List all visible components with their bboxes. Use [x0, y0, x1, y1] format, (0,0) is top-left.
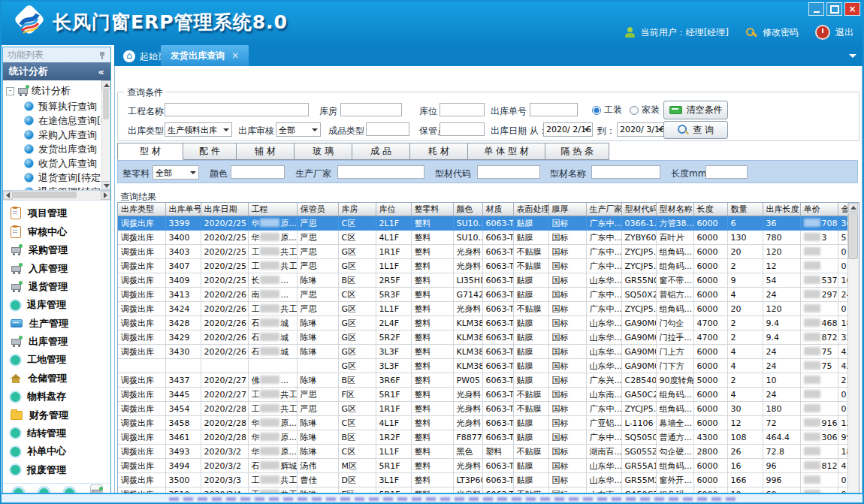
column-header[interactable]: 单价: [800, 203, 838, 216]
tree-scroll-thumb[interactable]: [103, 89, 109, 119]
column-header[interactable]: 数量: [727, 203, 763, 216]
material-tab[interactable]: 单 体 型 材: [467, 143, 545, 160]
tree-item[interactable]: 发货出库查询: [3, 142, 110, 156]
pin-icon[interactable]: [98, 51, 106, 59]
column-header[interactable]: 长度: [693, 203, 727, 216]
scroll-left-icon[interactable]: [3, 191, 13, 200]
color-input[interactable]: [231, 165, 285, 179]
table-row[interactable]: 调拨出库33992020/2/25华原...严思C区2L1F整料SU10...6…: [118, 216, 851, 231]
column-header[interactable]: 整零料: [411, 203, 453, 216]
table-row[interactable]: 调拨出库34242020/2/26工共工程严思G区1L1F整料光身料6063-T…: [118, 302, 851, 316]
material-tab[interactable]: 配 件: [183, 143, 237, 160]
table-row[interactable]: 调拨出库34542020/2/28工共工程严思G区1R1F整料光身料6063-T…: [118, 402, 851, 416]
scroll-right-icon[interactable]: [101, 191, 110, 200]
sidebar-module-item[interactable]: 财务管理: [3, 409, 110, 422]
manufacturer-input[interactable]: [337, 165, 424, 179]
column-header[interactable]: 出库单号: [165, 203, 201, 216]
grid-vertical-scrollbar[interactable]: [847, 203, 859, 504]
material-tab[interactable]: 成 品: [352, 143, 410, 160]
sidebar-module-item[interactable]: 退货管理: [3, 280, 110, 294]
sidebar-module-item[interactable]: 入库管理: [3, 262, 110, 276]
material-tab[interactable]: 耗 材: [409, 143, 468, 160]
column-header[interactable]: 表面处理: [513, 203, 548, 216]
tree-hscroll-thumb[interactable]: [13, 192, 77, 198]
scroll-down-icon[interactable]: [101, 181, 110, 190]
column-header[interactable]: 库位: [376, 203, 411, 216]
radio-gongzhuang[interactable]: 工装: [592, 104, 622, 116]
clear-conditions-button[interactable]: 清空条件: [663, 101, 728, 119]
grid-vscroll-thumb[interactable]: [848, 213, 858, 259]
sidebar-module-item[interactable]: 报废管理: [3, 463, 110, 477]
whole-part-select[interactable]: 全部: [153, 165, 199, 180]
table-row[interactable]: 调拨出库34092020/2/25长...陈琳B区2R5F整料LI35HD606…: [118, 273, 851, 288]
tree-scrollbar[interactable]: [101, 80, 110, 190]
sidebar-module-item[interactable]: 退库管理: [3, 298, 110, 312]
product-type-input[interactable]: [366, 122, 409, 136]
table-row[interactable]: 调拨出库34032020/2/25工共工程严思G区1R1F整料光身料6063-T…: [118, 245, 851, 259]
table-row[interactable]: 调拨出库34452020/2/27工共工程严思F区5R1F整料光身料6063-T…: [118, 388, 851, 402]
grid-scroll-up-icon[interactable]: [848, 203, 858, 212]
column-header[interactable]: 型材名称: [656, 203, 693, 216]
table-row[interactable]: 调拨出库34372020/2/27佛...陈琳B区3R6F整料PW056063-…: [118, 373, 851, 388]
length-input[interactable]: [705, 165, 748, 179]
sidebar-module-item[interactable]: 采购管理: [3, 243, 110, 257]
tree-item[interactable]: 退货查询[待定]: [3, 171, 110, 185]
profile-name-input[interactable]: [591, 165, 660, 179]
date-to-select[interactable]: 2020/ 3/16: [617, 122, 666, 137]
column-header[interactable]: 出库日期: [201, 203, 248, 216]
profile-code-input[interactable]: [477, 165, 540, 179]
table-row[interactable]: 调拨出库34072020/2/25工共工程严思G区1L1F整料光身料6063-T…: [118, 259, 851, 273]
order-no-input[interactable]: [530, 103, 578, 116]
sidebar-module-item[interactable]: 出库管理: [3, 335, 110, 349]
column-header[interactable]: 颜色: [453, 203, 482, 216]
search-button[interactable]: 查 询: [663, 121, 728, 139]
table-row[interactable]: 调拨出库34292020/2/26石城陈琳G区5R2F整料KLM38176063…: [118, 330, 851, 345]
table-row[interactable]: G区3L3F整料KLM38176063-T5贴膜国标山东华...GA90M09.…: [118, 359, 851, 373]
table-row[interactable]: 调拨出库34932020/3/2华原...陈琳C区1L1F整料黑色塑料不贴膜国标…: [118, 445, 851, 459]
tree-hscrollbar[interactable]: [3, 191, 110, 201]
sidebar-module-item[interactable]: 审核中心: [3, 225, 110, 239]
change-password-link[interactable]: 修改密码: [763, 26, 799, 39]
sidebar-module-item[interactable]: 仓储管理: [3, 372, 110, 385]
minimize-button[interactable]: [808, 2, 824, 16]
material-tab[interactable]: 型 材: [117, 143, 183, 160]
sidebar-module-item[interactable]: 物料盘存: [3, 390, 110, 403]
table-row[interactable]: 调拨出库34132020/2/26南...严思C区5R3F整料G71422606…: [118, 288, 851, 302]
section-header[interactable]: 统计分析 «: [3, 62, 110, 80]
column-header[interactable]: 生产厂家: [586, 203, 621, 216]
table-row[interactable]: 调拨出库34942020/3/2石辉城汤伟M区5R1F整料光身料6063-T5贴…: [118, 459, 851, 473]
tree-item[interactable]: 退库管理[待定]: [3, 185, 110, 191]
material-tab[interactable]: 隔 热 条: [545, 143, 609, 160]
column-header[interactable]: 材质: [482, 203, 513, 216]
column-header[interactable]: 出库类型: [118, 203, 165, 216]
column-header[interactable]: 出库长度: [763, 203, 800, 216]
sidebar-module-item[interactable]: 补单中心: [3, 445, 110, 458]
sidebar-module-item[interactable]: 结转管理: [3, 427, 110, 440]
column-header[interactable]: 型材代码: [621, 203, 656, 216]
maximize-button[interactable]: [826, 2, 842, 16]
material-tab[interactable]: 辅 材: [236, 143, 295, 160]
radio-jiazhuang[interactable]: 家装: [630, 104, 660, 116]
sidebar-module-item[interactable]: 工地管理: [3, 353, 110, 367]
audit-select[interactable]: 全部: [276, 122, 321, 137]
collapse-icon[interactable]: «: [98, 66, 104, 77]
location-input[interactable]: [440, 103, 485, 116]
column-header[interactable]: 工程: [248, 203, 297, 216]
tree-root[interactable]: - 统计分析: [3, 80, 110, 99]
project-name-input[interactable]: [165, 103, 309, 116]
table-row[interactable]: 调拨出库34582020/2/28华原...陈琳C区4L1F整料光身料6063-…: [118, 416, 851, 430]
keeper-input[interactable]: [440, 122, 485, 136]
tree-expander-icon[interactable]: -: [6, 87, 14, 95]
tree-item[interactable]: 预算执行查询: [3, 99, 110, 113]
sidebar-module-item[interactable]: 项目管理: [3, 207, 110, 220]
column-header[interactable]: 库房: [338, 203, 376, 216]
table-row[interactable]: 调拨出库34282020/2/26石城陈琳G区2L4F整料KLM38176063…: [118, 316, 851, 330]
tree-item[interactable]: 收货入库查询: [3, 156, 110, 171]
close-button[interactable]: ×: [844, 2, 860, 16]
table-row[interactable]: 调拨出库34612020/2/28华原...陈琳B区1R2F整料F8877FT6…: [118, 430, 851, 445]
scroll-up-icon[interactable]: [101, 80, 110, 89]
tab-close-icon[interactable]: ×: [231, 50, 239, 61]
table-row[interactable]: 调拨出库34002020/2/25华原...严思C区4L1F整料SU10...6…: [118, 231, 851, 245]
tab-shipment-query[interactable]: 发货出库查询 ×: [161, 45, 249, 66]
out-type-select[interactable]: 生产领料出库: [165, 122, 232, 137]
